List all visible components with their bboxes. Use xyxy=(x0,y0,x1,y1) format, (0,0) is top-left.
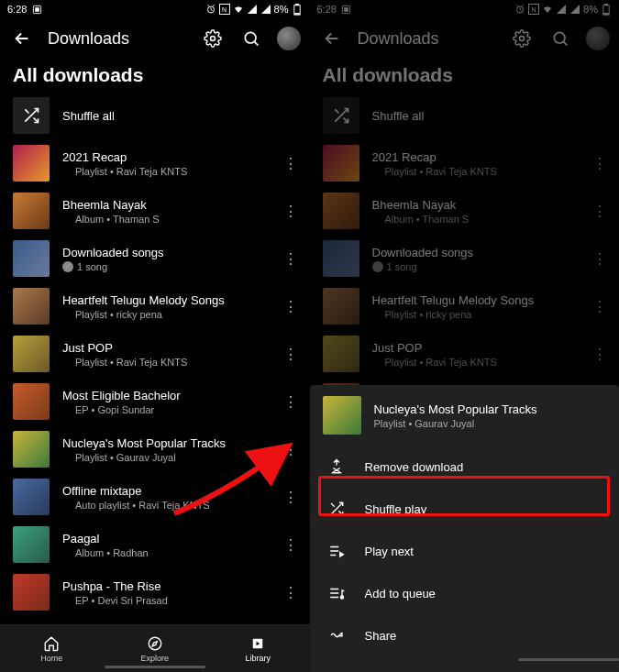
album-art xyxy=(13,526,50,563)
nav-library[interactable]: Library xyxy=(206,625,310,672)
check-icon: ✓ xyxy=(372,261,383,272)
more-button[interactable]: ⋮ xyxy=(588,145,612,182)
battery-icon xyxy=(292,4,303,15)
downloaded-icon xyxy=(372,358,381,367)
more-button[interactable]: ⋮ xyxy=(279,145,303,182)
album-art xyxy=(13,240,50,277)
more-button[interactable]: ⋮ xyxy=(588,240,612,277)
shuffle-all-row[interactable]: Shuffle all xyxy=(0,92,310,139)
battery-icon xyxy=(601,4,612,15)
more-button[interactable]: ⋮ xyxy=(279,193,303,229)
album-art xyxy=(323,336,359,372)
battery-percent: 8% xyxy=(583,4,598,15)
play-next-icon xyxy=(326,543,347,559)
avatar[interactable] xyxy=(586,27,610,50)
item-title: Paagal xyxy=(62,532,279,545)
svg-point-16 xyxy=(520,37,525,41)
list-item[interactable]: Just POPPlaylist • Ravi Teja KNTS⋮ xyxy=(310,330,620,378)
list-item[interactable]: Nucleya's Most Popular Tracks Playlist •… xyxy=(0,425,310,473)
item-title: Downloaded songs xyxy=(372,246,589,259)
nav-home[interactable]: Home xyxy=(0,625,104,672)
settings-button[interactable] xyxy=(509,26,535,51)
list-item[interactable]: Paagal Album • Radhan ⋮ xyxy=(0,521,310,568)
list-item[interactable]: Downloaded songs ✓1 song ⋮ xyxy=(0,235,310,282)
svg-point-17 xyxy=(554,32,565,43)
action-remove-download[interactable]: Remove download xyxy=(310,446,620,488)
more-button[interactable]: ⋮ xyxy=(279,288,303,325)
phone-right: 6:28 N 8% Downloads xyxy=(310,0,620,672)
page-title: Downloads xyxy=(48,29,187,49)
more-button[interactable]: ⋮ xyxy=(279,526,303,563)
bottom-sheet: Nucleya's Most Popular Tracks Playlist •… xyxy=(310,385,620,672)
item-subtitle: Playlist • Ravi Teja KNTS xyxy=(75,357,187,368)
list-item[interactable]: Bheemla NayakAlbum • Thaman S⋮ xyxy=(310,187,620,235)
downloaded-icon xyxy=(62,358,72,367)
sheet-title: Nucleya's Most Popular Tracks xyxy=(374,402,537,416)
back-button[interactable] xyxy=(9,26,35,51)
shuffle-label: Shuffle all xyxy=(62,109,303,123)
list-item[interactable]: Heartfelt Telugu Melody SongsPlaylist • … xyxy=(310,282,620,330)
svg-point-6 xyxy=(210,37,215,41)
action-label: Remove download xyxy=(365,460,464,474)
app-bar: Downloads xyxy=(0,18,310,59)
list-item[interactable]: Heartfelt Telugu Melody Songs Playlist •… xyxy=(0,282,310,330)
more-button[interactable]: ⋮ xyxy=(588,288,612,325)
shuffle-all-row[interactable]: Shuffle all xyxy=(310,92,620,139)
settings-button[interactable] xyxy=(200,26,226,51)
search-button[interactable] xyxy=(547,26,573,51)
action-share[interactable]: Share xyxy=(310,614,620,656)
album-art xyxy=(323,288,359,325)
more-button[interactable]: ⋮ xyxy=(588,336,612,372)
signal-icon-2 xyxy=(260,4,271,15)
item-subtitle: Playlist • ricky pena xyxy=(75,309,162,320)
downloaded-icon xyxy=(62,548,72,557)
downloaded-icon xyxy=(62,501,72,510)
svg-rect-5 xyxy=(294,13,299,14)
list-item[interactable]: 2021 Recap Playlist • Ravi Teja KNTS ⋮ xyxy=(0,139,310,187)
album-art xyxy=(13,336,50,372)
downloaded-icon xyxy=(372,167,381,176)
svg-rect-14 xyxy=(604,4,607,6)
action-add-to-queue[interactable]: Add to queue xyxy=(310,572,620,614)
more-button[interactable]: ⋮ xyxy=(588,193,612,229)
list-item[interactable]: Offline mixtape Auto playlist • Ravi Tej… xyxy=(0,473,310,521)
more-button[interactable]: ⋮ xyxy=(279,574,303,611)
more-button[interactable]: ⋮ xyxy=(279,336,303,372)
avatar[interactable] xyxy=(277,27,301,50)
item-subtitle: Album • Radhan xyxy=(75,547,149,558)
wifi-icon xyxy=(233,4,244,15)
svg-rect-1 xyxy=(35,7,39,12)
action-shuffle-play[interactable]: Shuffle play xyxy=(310,488,620,530)
status-time: 6:28 xyxy=(7,4,27,15)
svg-point-18 xyxy=(340,596,343,599)
more-button[interactable]: ⋮ xyxy=(279,383,303,420)
list-item[interactable]: Bheemla Nayak Album • Thaman S ⋮ xyxy=(0,187,310,235)
more-button[interactable]: ⋮ xyxy=(279,431,303,468)
downloaded-icon xyxy=(372,310,381,319)
album-art xyxy=(13,431,50,468)
app-bar: Downloads xyxy=(310,18,620,59)
svg-rect-15 xyxy=(604,13,609,14)
list-item[interactable]: 2021 RecapPlaylist • Ravi Teja KNTS⋮ xyxy=(310,139,620,187)
back-button[interactable] xyxy=(319,26,345,51)
list-item[interactable]: Most Eligible Bachelor EP • Gopi Sundar … xyxy=(0,378,310,425)
item-subtitle: 1 song xyxy=(387,261,417,272)
search-button[interactable] xyxy=(238,26,264,51)
nav-label: Library xyxy=(245,654,271,663)
item-title: Bheemla Nayak xyxy=(372,198,589,212)
nfc-icon: N xyxy=(528,4,539,15)
sheet-header: Nucleya's Most Popular Tracks Playlist •… xyxy=(310,385,620,446)
remove-download-icon xyxy=(326,458,347,475)
item-subtitle: Playlist • Ravi Teja KNTS xyxy=(385,357,497,368)
downloaded-icon xyxy=(62,215,72,224)
list-item[interactable]: Pushpa - The Rise EP • Devi Sri Prasad ⋮ xyxy=(0,568,310,616)
status-time: 6:28 xyxy=(317,4,337,15)
more-button[interactable]: ⋮ xyxy=(279,479,303,515)
downloaded-icon xyxy=(62,405,72,414)
action-play-next[interactable]: Play next xyxy=(310,530,620,572)
list-item[interactable]: Downloaded songs✓1 song⋮ xyxy=(310,235,620,282)
list-item[interactable]: Just POP Playlist • Ravi Teja KNTS ⋮ xyxy=(0,330,310,378)
alarm-icon xyxy=(205,4,216,15)
svg-point-8 xyxy=(149,637,161,650)
more-button[interactable]: ⋮ xyxy=(279,240,303,277)
